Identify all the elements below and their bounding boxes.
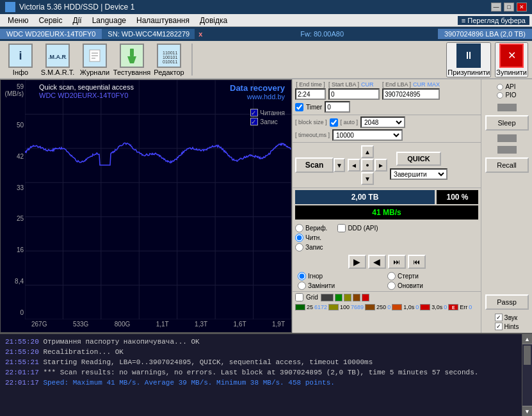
menu-item-menu[interactable]: Меню [3,15,33,26]
log-time-3: 21:55:21 [5,358,39,366]
menu-item-service[interactable]: Сервіс [33,15,67,26]
scroll-thumb[interactable] [524,346,531,365]
pause-button[interactable]: ⏸ Призупинити [446,42,491,77]
block-size-select[interactable]: 20485124096 [360,116,405,128]
scroll-down-button[interactable]: ▼ [522,406,532,416]
maximize-button[interactable]: □ [504,3,514,12]
indicator-bar-3 [497,146,517,154]
drive-close-button[interactable]: x [195,30,206,38]
replace-radio[interactable] [298,282,306,290]
minimize-button[interactable]: — [491,3,501,12]
legend-1s-color [392,304,402,310]
y-label-16: 16 [2,246,24,253]
legend-100-val: 7689 [351,304,364,310]
sound-checkbox[interactable]: ✓ [495,314,503,321]
grid-checkbox[interactable] [295,293,303,301]
recall-button[interactable]: Recall [485,157,529,173]
end-lba-input[interactable] [382,88,440,100]
timer-checkbox[interactable] [295,103,303,111]
log-text-2: Recalibration... OK [43,348,123,356]
write-radio-label[interactable]: Запис [295,243,327,252]
start-lba-input[interactable] [328,88,380,100]
replace-radio-label[interactable]: Замінити [298,282,386,290]
back-button[interactable]: ◀ [368,255,386,269]
ignore-radio-label[interactable]: Ігнор [298,272,386,280]
nav-right-button[interactable]: ► [375,159,387,172]
legend-25-color [295,304,305,310]
close-button[interactable]: ✕ [517,3,527,12]
api-radio[interactable] [497,84,503,90]
hints-label-area[interactable]: ✓ Hints [495,323,519,330]
read-label-text: Читання [260,109,285,116]
menu-item-language[interactable]: Language [87,15,131,26]
pause-icon: ⏸ [456,44,481,68]
update-radio[interactable] [387,282,396,290]
write-checkbox[interactable]: ✓ [250,118,258,125]
timer-input[interactable] [325,101,350,113]
end-time-input[interactable] [295,88,326,100]
quick-button[interactable]: QUICK [396,152,441,166]
finish-select[interactable]: Завершити [390,168,447,180]
nav-down-button[interactable]: ▼ [361,172,374,185]
read-checkbox-area: ✓ Читання [250,109,285,116]
verif-radio[interactable] [295,224,303,232]
verif-radio-label[interactable]: Вериф. [295,224,327,232]
log-area: 21:55:20 Отримання паспорту накопичувача… [0,333,532,416]
content-row: 59 (MB/s) 50 42 33 25 16 8,4 0 Quick sca… [0,79,532,333]
buffer-button[interactable]: ≡ Перегляд буфера [458,16,529,25]
scan-button[interactable]: Scan [295,157,334,173]
write-label-text: Запис [260,118,278,125]
stop-button[interactable]: ✕ Зупинити [495,42,528,77]
legend-3s-item: 3,0s 0 [420,304,447,310]
editor-label: Редактор [154,68,184,76]
read-radio-label[interactable]: Читн. [295,234,327,242]
scroll-up-button[interactable]: ▲ [522,334,532,344]
menu-item-settings[interactable]: Налаштування [131,15,195,26]
progress-pct-bar: 100 % [437,190,478,204]
ddd-checkbox[interactable] [337,224,346,232]
ignore-radio[interactable] [298,272,306,280]
write-radio[interactable] [295,243,303,252]
drive-firmware: Fw: 80.00A80 [206,29,438,39]
log-time-1: 21:55:20 [5,338,39,346]
skip-end-button[interactable]: ⏭ [388,255,406,269]
play-button[interactable]: ▶ [348,255,366,269]
erase-radio[interactable] [387,272,396,280]
nav-up-button[interactable]: ▲ [361,145,374,158]
drive-lba: 3907024896 LBA (2,0 TB) [438,29,532,39]
window-title: Victoria 5.36 HDD/SSD | Device 1 [19,3,491,12]
timeout-select[interactable]: 10000500020000 [332,129,403,141]
playback-section: ▶ ◀ ⏭ ⏮ [293,253,481,271]
drive-model-tab[interactable]: WDC WD20EURX-14T0FY0 [0,29,102,39]
editor-button[interactable]: 110011100101010011 Редактор [152,42,186,77]
ddd-label-text: DDD (API) [348,225,378,232]
end-lba-max: MAX [428,81,440,88]
sleep-button[interactable]: Sleep [485,115,529,131]
log-text-4: *** Scan results: no warnings, no errors… [43,369,478,376]
log-text-5: Speed: Maximum 41 MB/s. Average 39 MB/s.… [43,379,334,387]
x-axis: 267G 533G 800G 1,1T 1,3T 1,6T 1,9T [25,319,291,332]
test-button[interactable]: Тестування [115,42,149,77]
skip-start-button[interactable]: ⏮ [408,255,426,269]
nav-center-button[interactable]: ● [361,159,374,172]
auto-checkbox[interactable] [330,118,338,127]
passp-button[interactable]: Passp [485,294,529,310]
action-radios: Ігнор Стерти Замінити Оновити [293,271,481,291]
sound-label-area[interactable]: ✓ Звук [495,314,519,321]
hints-checkbox[interactable]: ✓ [495,323,503,330]
read-radio[interactable] [295,234,303,242]
info-button[interactable]: i Інфо [4,42,37,77]
read-checkbox[interactable]: ✓ [250,109,258,116]
erase-radio-label[interactable]: Стерти [387,272,476,280]
update-radio-label[interactable]: Оновити [387,282,476,290]
menu-item-help[interactable]: Довідка [195,15,232,26]
pio-radio[interactable] [497,92,503,99]
progress-pct-text: 100 % [446,193,468,202]
scan-top-section: [ End time ] [ Start LBA ] CUR [ End LBA… [293,79,481,115]
menu-item-actions[interactable]: Дії [68,15,87,26]
scan-dropdown-button[interactable]: ▼ [334,158,345,172]
smart-button[interactable]: S.M.A.R.T S.M.A.R.T. [41,42,74,77]
journal-button[interactable]: Журнали [78,42,111,77]
svg-text:S.M.A.R.T: S.M.A.R.T [49,54,67,60]
nav-left-button[interactable]: ◄ [348,159,360,172]
